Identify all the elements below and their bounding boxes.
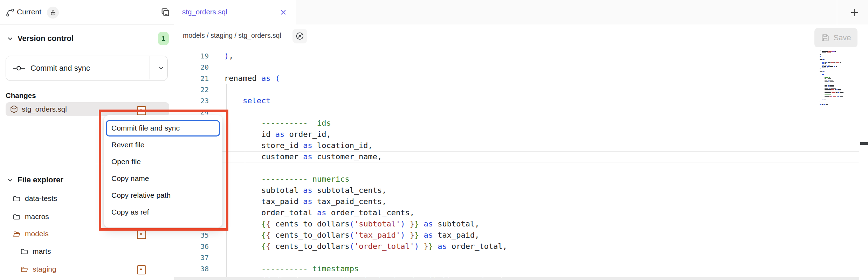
duplicate-branch-button[interactable] [160,7,170,17]
code-editor[interactable]: 1920212223242526272829303132333435363738… [174,47,868,280]
file-tree-item-staging[interactable]: staging [20,261,56,277]
file-tree-item-data-tests[interactable]: data-tests [13,191,57,206]
minimap-row [820,52,858,53]
changes-section-title: Changes [6,91,36,100]
minimap-row [820,99,858,99]
code-line-35: {{ cents_to_dollars('tax_paid') }} as ta… [224,230,480,241]
save-button[interactable]: Save [814,28,857,48]
save-floppy-icon [821,33,830,42]
code-line-28: customer as customer_name, [224,151,382,162]
line-number: 21 [174,73,209,84]
minimap-row [820,88,858,89]
folder-name: staging [33,265,56,273]
tabbar-divider [837,0,837,24]
line-number: 20 [174,62,209,73]
minimap-row [820,81,858,82]
context-menu-item-copy-as-ref[interactable]: Copy as ref [104,204,222,220]
horizontal-scrollbar[interactable] [174,277,859,280]
branch-lock-badge [47,7,59,19]
context-menu-item-open-file[interactable]: Open file [104,153,222,170]
context-menu-item-label: Copy name [111,174,149,183]
minimap-row [820,71,858,72]
code-line-31: subtotal as subtotal_cents, [224,185,387,196]
context-menu-item-copy-relative-path[interactable]: Copy relative path [104,187,222,204]
branch-name: Current [17,8,41,16]
line-number: 36 [174,241,209,252]
button-divider [150,56,150,79]
code-line-26: id as order_id, [224,129,331,140]
file-context-menu: Commit file and syncRevert fileOpen file… [104,115,222,227]
minimap-row [820,55,858,56]
file-tree-item-macros[interactable]: macros [13,209,49,224]
context-menu-item-label: Revert file [111,141,145,149]
minimap-row [820,77,858,78]
code-line-23: select [224,95,270,106]
minimap-row [820,93,858,94]
minimap-row [820,51,858,52]
folder-icon [13,213,21,221]
minimap-row [820,92,858,93]
minimap-row [820,56,858,57]
folder-name: data-tests [25,194,57,203]
line-number: 19 [174,50,209,62]
minimap-row [820,89,858,90]
minimap-row [820,104,858,105]
minimap-row [820,97,858,98]
minimap-row [820,91,858,91]
context-menu-item-label: Copy relative path [111,191,171,200]
commit-options-dropdown[interactable] [155,56,167,79]
tab-stg-orders[interactable]: stg_orders.sql [174,0,296,24]
chevron-down-icon [158,64,165,71]
minimap-row [820,74,858,75]
version-control-section-title[interactable]: Version control [18,34,74,43]
line-number: 22 [174,84,209,95]
commit-icon [13,65,26,71]
chevron-down-icon[interactable] [6,176,14,184]
branch-header: Current [0,0,174,25]
folder-open-icon [20,265,28,273]
view-lineage-button[interactable] [292,29,307,43]
file-tree-item-models[interactable]: models [13,226,49,241]
minimap-row [820,59,858,60]
new-tab-button[interactable] [848,6,861,19]
plus-icon [849,7,860,18]
minimap-row [820,61,858,61]
model-cube-icon [10,105,18,113]
tab-title: stg_orders.sql [182,8,227,16]
editor-right-border [859,47,859,280]
folder-icon [20,247,28,255]
commit-and-sync-button[interactable]: Commit and sync [6,56,168,81]
code-line-32: tax_paid as tax_paid_cents, [224,196,387,207]
context-menu-item-label: Copy as ref [111,208,149,216]
file-tree-item-marts[interactable]: marts [20,244,51,259]
minimap-row [820,103,858,104]
git-branch-icon [6,8,15,17]
focused-item-ring [106,120,220,136]
minimap-row [820,63,858,64]
minimap-row [820,84,858,84]
code-line-25: ---------- ids [224,118,331,129]
breadcrumb: models / staging / stg_orders.sql [183,31,281,40]
minimap[interactable] [820,50,858,106]
minimap-row [820,94,858,95]
code-line-19: ), [224,50,234,62]
minimap-row [820,68,858,68]
file-explorer-section-title[interactable]: File explorer [18,175,63,184]
minimap-row [820,80,858,80]
minimap-row [820,66,858,67]
minimap-row [820,82,858,83]
context-menu-item-copy-name[interactable]: Copy name [104,170,222,187]
code-line-38: ---------- timestamps [224,263,359,274]
tab-bar: stg_orders.sql [174,0,868,25]
minimap-row [820,65,858,65]
modified-indicator-icon [137,106,146,115]
folder-name: models [25,230,49,238]
modified-indicator-icon [137,265,146,274]
line-number: 38 [174,263,209,274]
chevron-down-icon[interactable] [6,35,14,42]
close-icon[interactable] [279,8,288,16]
context-menu-item-revert-file[interactable]: Revert file [104,136,222,153]
lock-icon [50,10,56,16]
changed-file-name: stg_orders.sql [22,105,67,113]
commit-and-sync-label: Commit and sync [30,64,90,73]
